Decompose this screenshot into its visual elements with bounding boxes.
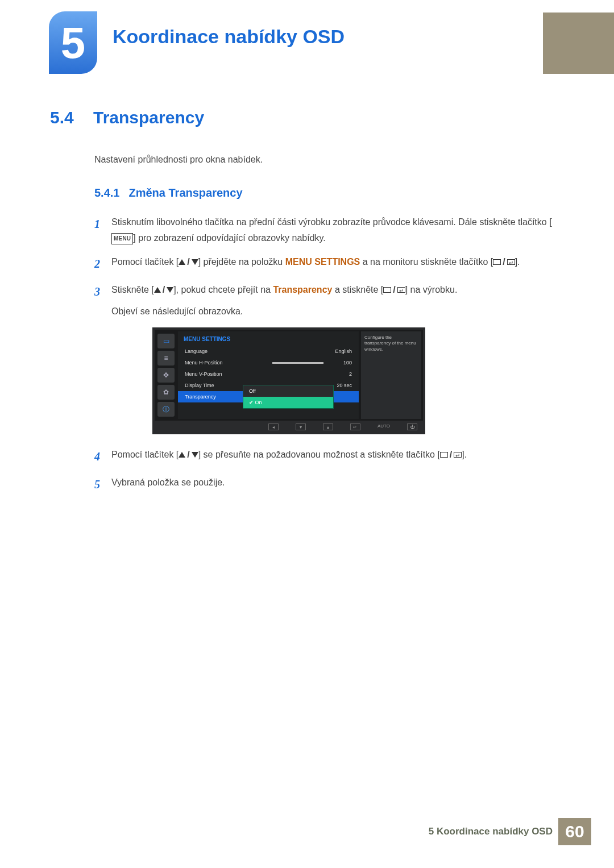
enter-icon — [507, 259, 515, 265]
step-text: ]. — [515, 257, 520, 267]
osd-option-on: On — [243, 397, 333, 408]
osd-sidebar: ▭ ≡ ✥ ✿ ⓘ — [156, 331, 176, 419]
move-icon: ✥ — [157, 368, 175, 383]
triangle-down-icon — [192, 452, 198, 458]
header-accent-bar — [543, 13, 614, 74]
slash-icon: / — [503, 254, 505, 270]
osd-controls-bar: ◂ ▾ ▴ ↵ AUTO ⏻ — [155, 422, 423, 432]
step-number: 5 — [94, 475, 111, 495]
step-text: a stiskněte [ — [332, 285, 383, 294]
section-intro: Nastavení průhlednosti pro okna nabídek. — [94, 155, 564, 165]
osd-value: 2 — [323, 371, 352, 377]
down-icon: ▾ — [296, 423, 306, 430]
info-icon: ⓘ — [157, 402, 175, 417]
step-body: Pomocí tlačítek [/] se přesuňte na požad… — [111, 447, 564, 467]
osd-value: 100 — [323, 360, 352, 366]
step-2: 2 Pomocí tlačítek [/] přejděte na položk… — [94, 254, 564, 274]
osd-header: MENU SETTINGS — [178, 335, 359, 346]
osd-row-hposition: Menu H-Position 100 — [178, 357, 359, 368]
step-5: 5 Vybraná položka se použije. — [94, 475, 564, 495]
section-heading: 5.4 Transparency — [50, 108, 564, 127]
step-text: ]. — [462, 450, 467, 459]
step-3: 3 Stiskněte [/], pokud chcete přejít na … — [94, 282, 564, 319]
osd-label: Menu V-Position — [185, 371, 222, 377]
step-text: ] se přesuňte na požadovanou možnost a s… — [198, 450, 440, 459]
osd-row-vposition: Menu V-Position 2 — [178, 368, 359, 380]
step-1: 1 Stisknutím libovolného tlačítka na pře… — [94, 214, 564, 246]
step-text: a na monitoru stiskněte tlačítko [ — [360, 257, 493, 267]
rect-icon — [493, 259, 501, 265]
left-icon: ◂ — [268, 423, 279, 430]
section-title: Transparency — [93, 108, 204, 127]
osd-window: ▭ ≡ ✥ ✿ ⓘ MENU SETTINGS Language English… — [155, 330, 423, 421]
slash-icon: / — [187, 254, 189, 270]
slash-icon: / — [393, 282, 395, 298]
step-text: Pomocí tlačítek [ — [111, 450, 179, 459]
highlight-text: Transparency — [273, 285, 332, 294]
rect-icon — [383, 287, 391, 293]
step-4: 4 Pomocí tlačítek [/] se přesuňte na pož… — [94, 447, 564, 467]
step-text: Pomocí tlačítek [ — [111, 257, 179, 267]
section-number: 5.4 — [50, 108, 81, 127]
subsection-heading: 5.4.1 Změna Transparency — [94, 186, 564, 200]
osd-label: Menu H-Position — [185, 360, 223, 366]
monitor-icon: ▭ — [157, 334, 175, 348]
osd-main-panel: MENU SETTINGS Language English Menu H-Po… — [178, 331, 359, 419]
enter-icon: ↵ — [350, 423, 360, 430]
step-number: 4 — [94, 447, 111, 467]
auto-label: AUTO — [377, 423, 390, 430]
highlight-text: MENU SETTINGS — [285, 257, 360, 267]
osd-tooltip: Configure the transparency of the menu w… — [361, 331, 421, 419]
step-text: Vybraná položka se použije. — [111, 477, 225, 487]
step-text: ] pro zobrazení odpovídající obrazovky n… — [133, 233, 326, 243]
triangle-up-icon — [179, 452, 185, 458]
up-icon: ▴ — [323, 423, 333, 430]
slash-icon: / — [163, 282, 165, 298]
step-number: 2 — [94, 254, 111, 274]
enter-icon — [454, 452, 462, 458]
step-text: ] přejděte na položku — [198, 257, 285, 267]
osd-dropdown: Off On — [243, 385, 334, 409]
osd-option-off: Off — [243, 385, 333, 397]
step-body: Pomocí tlačítek [/] přejděte na položku … — [111, 254, 564, 274]
step-number: 1 — [94, 214, 111, 246]
power-icon: ⏻ — [407, 423, 417, 430]
step-text: Objeví se následující obrazovka. — [111, 306, 243, 316]
page-content: 5.4 Transparency Nastavení průhlednosti … — [50, 108, 564, 502]
subsection-title: Změna Transparency — [128, 186, 242, 200]
step-body: Stiskněte [/], pokud chcete přejít na Tr… — [111, 282, 564, 319]
gear-icon: ✿ — [157, 385, 175, 400]
slash-icon: / — [187, 447, 189, 463]
step-text: ], pokud chcete přejít na — [173, 285, 273, 294]
triangle-up-icon — [179, 259, 185, 265]
step-text: Stisknutím libovolného tlačítka na předn… — [111, 217, 552, 227]
rect-icon — [440, 452, 448, 458]
triangle-down-icon — [192, 259, 198, 265]
osd-row-language: Language English — [178, 346, 359, 357]
step-body: Stisknutím libovolného tlačítka na předn… — [111, 214, 564, 246]
osd-value: English — [323, 348, 352, 354]
step-text: ] na výrobku. — [405, 285, 458, 294]
step-number: 3 — [94, 282, 111, 319]
slider-icon — [272, 362, 323, 364]
chapter-badge: 5 — [49, 11, 97, 74]
chapter-number: 5 — [61, 20, 85, 65]
subsection-number: 5.4.1 — [94, 186, 119, 200]
osd-label: Transparency — [185, 394, 216, 400]
menu-key-icon: MENU — [111, 233, 133, 244]
chapter-title: Koordinace nabídky OSD — [113, 26, 345, 48]
osd-screenshot: ▭ ≡ ✥ ✿ ⓘ MENU SETTINGS Language English… — [152, 327, 425, 434]
page-footer: 5 Koordinace nabídky OSD 60 — [429, 818, 591, 845]
osd-label: Language — [185, 348, 208, 354]
step-text: Stiskněte [ — [111, 285, 154, 294]
page-number: 60 — [558, 818, 591, 845]
slash-icon: / — [450, 447, 452, 463]
step-body: Vybraná položka se použije. — [111, 475, 564, 495]
list-icon: ≡ — [157, 351, 175, 366]
footer-text: 5 Koordinace nabídky OSD — [429, 826, 553, 837]
osd-label: Display Time — [185, 383, 214, 388]
triangle-down-icon — [167, 287, 173, 293]
triangle-up-icon — [154, 287, 161, 293]
enter-icon — [397, 287, 405, 293]
